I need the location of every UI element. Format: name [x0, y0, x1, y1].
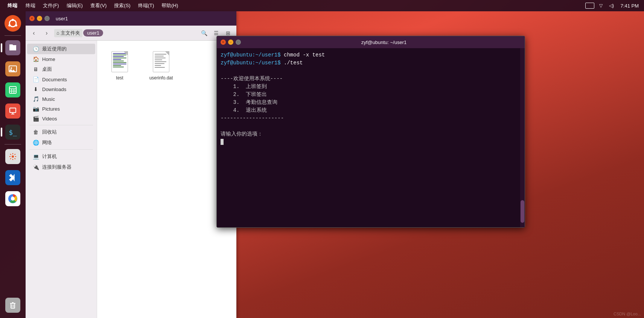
- term-separator-top: ----欢迎使用本系统----: [221, 75, 521, 83]
- dock-calc[interactable]: [3, 80, 23, 100]
- impress-icon: [5, 103, 20, 119]
- menu-bar-left: 终端 终端 文件(F) 编辑(E) 查看(V) 搜索(S) 终端(T) 帮助(H…: [3, 0, 182, 11]
- forward-button[interactable]: ›: [41, 28, 52, 38]
- sidebar-item-network[interactable]: 🌐 网络: [27, 137, 95, 148]
- svg-point-3: [15, 24, 17, 27]
- fm-title: user1: [56, 16, 68, 21]
- sidebar-label-pictures: Pictures: [42, 106, 60, 112]
- terminal-close-button[interactable]: ✕: [221, 40, 226, 45]
- dock-impress[interactable]: [3, 101, 23, 121]
- sidebar-label-network: 网络: [42, 139, 52, 146]
- sidebar-label-documents: Documents: [42, 77, 67, 82]
- dock-divider-top: [5, 35, 21, 36]
- sidebar-item-documents[interactable]: 📄 Documents: [27, 75, 95, 84]
- dock-trash[interactable]: [3, 295, 23, 315]
- sidebar-label-computer: 计算机: [42, 153, 57, 160]
- dock-config[interactable]: [3, 147, 23, 166]
- term-cmd-2: ./test: [281, 60, 303, 66]
- watermark: CSDN @Loo...: [614, 312, 641, 316]
- svg-rect-7: [9, 87, 16, 93]
- fm-maximize-button[interactable]: □: [44, 16, 50, 21]
- breadcrumb-home[interactable]: ⌂ 主文件夹: [54, 29, 82, 37]
- wifi-icon[interactable]: ▽: [597, 2, 605, 9]
- breadcrumb-current[interactable]: user1: [83, 29, 103, 37]
- terminal-scrollbar-thumb[interactable]: [521, 200, 524, 223]
- term-cmd-1: chmod -x test: [281, 52, 325, 58]
- sidebar-label-home: Home: [42, 56, 55, 62]
- term-menu-2: 2. 下班签出: [221, 91, 521, 99]
- menu-terminal2[interactable]: 终端(T): [134, 0, 158, 11]
- videos-icon: 🎬: [32, 116, 39, 122]
- fm-close-button[interactable]: ✕: [29, 16, 35, 21]
- term-prompt-2: zyf@ubuntu:~/user1$: [221, 60, 281, 66]
- dock-terminal[interactable]: $_: [3, 122, 23, 142]
- svg-point-2: [12, 19, 14, 21]
- sidebar-item-connect-server[interactable]: 🔌 连接到服务器: [27, 162, 95, 172]
- sidebar-label-downloads: Downloads: [42, 87, 66, 92]
- test-file-name: test: [116, 75, 123, 81]
- file-manager-window: ✕ − □ user1 ‹ › ⌂ 主文件夹 user1 🔍 ☰ ⊞ 🕒 最近使…: [26, 11, 236, 318]
- file-item-test[interactable]: test: [105, 48, 135, 83]
- recent-icon: 🕒: [32, 46, 39, 52]
- sidebar-item-downloads[interactable]: ⬇ Downloads: [27, 84, 95, 94]
- ubuntu-logo-icon[interactable]: [3, 14, 23, 33]
- userinfo-file-name: userinfo.dat: [149, 75, 173, 81]
- dock-chromium[interactable]: [3, 189, 23, 208]
- test-file-icon: [111, 50, 129, 73]
- search-button[interactable]: 🔍: [199, 28, 209, 38]
- terminal-body[interactable]: zyf@ubuntu:~/user1$ chmod -x test zyf@ub…: [217, 48, 525, 227]
- music-icon: 🎵: [32, 96, 39, 102]
- sidebar-item-videos[interactable]: 🎬 Videos: [27, 114, 95, 123]
- menu-edit[interactable]: 编辑(E): [63, 0, 87, 11]
- menu-view[interactable]: 查看(V): [87, 0, 110, 11]
- terminal-title: zyf@ubuntu: ~/user1: [247, 40, 521, 45]
- breadcrumb-bar: ⌂ 主文件夹 user1: [54, 29, 196, 37]
- vscode-icon: [5, 170, 20, 185]
- menu-search[interactable]: 搜索(S): [110, 0, 134, 11]
- file-item-userinfo[interactable]: userinfo.dat: [146, 48, 176, 83]
- top-menubar: 终端 终端 文件(F) 编辑(E) 查看(V) 搜索(S) 终端(T) 帮助(H…: [0, 0, 644, 11]
- sidebar-item-home[interactable]: 🏠 Home: [27, 54, 95, 64]
- terminal-scrollbar[interactable]: [520, 48, 525, 227]
- terminal-maximize-button[interactable]: □: [236, 40, 241, 45]
- sidebar-item-pictures[interactable]: 📷 Pictures: [27, 104, 95, 114]
- fm-toolbar: ‹ › ⌂ 主文件夹 user1 🔍 ☰ ⊞: [26, 26, 236, 41]
- svg-point-18: [11, 197, 15, 201]
- fm-minimize-button[interactable]: −: [37, 16, 42, 21]
- dock-photos[interactable]: [3, 59, 23, 79]
- files-icon: [5, 40, 20, 55]
- menu-bar-right: ▽ ◁) 7:41 PM: [585, 2, 641, 9]
- clock[interactable]: 7:41 PM: [618, 3, 641, 9]
- back-button[interactable]: ‹: [29, 28, 39, 38]
- fm-body: 🕒 最近使用的 🏠 Home 🖥 桌面 📄 Documents ⬇ Downlo…: [26, 41, 236, 318]
- term-blank-1: [221, 67, 521, 75]
- dock-files[interactable]: [3, 38, 23, 58]
- term-blank-2: [221, 122, 521, 130]
- home-icon: 🏠: [32, 56, 39, 62]
- sidebar-item-music[interactable]: 🎵 Music: [27, 94, 95, 104]
- volume-icon[interactable]: ◁): [608, 2, 615, 9]
- trash-icon: [5, 298, 20, 313]
- sidebar-item-trash[interactable]: 🗑 回收站: [27, 127, 95, 137]
- sidebar-item-recent[interactable]: 🕒 最近使用的: [27, 44, 95, 54]
- term-prompt-1: zyf@ubuntu:~/user1$: [221, 52, 281, 58]
- sidebar-item-desktop[interactable]: 🖥 桌面: [27, 64, 95, 75]
- sidebar-label-desktop: 桌面: [42, 66, 52, 73]
- menu-help[interactable]: 帮助(H): [158, 0, 182, 11]
- fm-sidebar: 🕒 最近使用的 🏠 Home 🖥 桌面 📄 Documents ⬇ Downlo…: [26, 41, 97, 318]
- term-line-1: zyf@ubuntu:~/user1$ chmod -x test: [221, 51, 521, 59]
- terminal-minimize-button[interactable]: −: [228, 40, 233, 45]
- term-line-2: zyf@ubuntu:~/user1$ ./test: [221, 59, 521, 67]
- term-menu-4: 4. 退出系统: [221, 107, 521, 114]
- dock-vscode[interactable]: [3, 168, 23, 187]
- sidebar-label-recent: 最近使用的: [42, 46, 67, 52]
- sidebar-label-trash: 回收站: [42, 129, 57, 135]
- svg-rect-12: [10, 108, 16, 113]
- menu-file[interactable]: 文件(F): [39, 0, 63, 11]
- sidebar-label-videos: Videos: [42, 116, 57, 122]
- sidebar-divider2: [29, 149, 93, 150]
- menu-terminal[interactable]: 终端: [22, 0, 39, 11]
- photos-icon: [5, 61, 20, 76]
- sidebar-item-computer[interactable]: 💻 计算机: [27, 151, 95, 162]
- downloads-icon: ⬇: [32, 86, 39, 92]
